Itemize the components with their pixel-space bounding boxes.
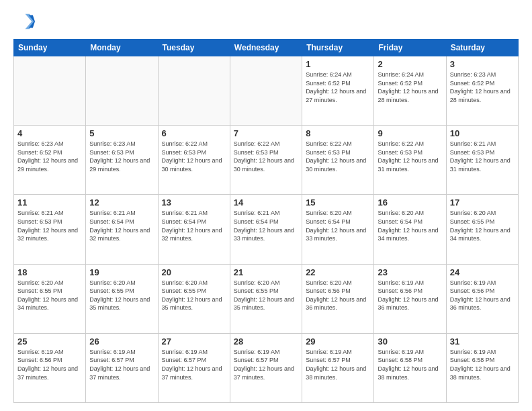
day-number: 29 [306,336,370,347]
day-number: 18 [17,267,82,277]
day-info: Sunrise: 6:22 AM Sunset: 6:53 PM Dayligh… [234,140,298,173]
week-row-4: 18Sunrise: 6:20 AM Sunset: 6:55 PM Dayli… [14,264,519,333]
week-row-5: 25Sunrise: 6:19 AM Sunset: 6:56 PM Dayli… [14,333,519,402]
day-info: Sunrise: 6:20 AM Sunset: 6:55 PM Dayligh… [89,279,154,312]
calendar-cell: 3Sunrise: 6:23 AM Sunset: 6:52 PM Daylig… [446,56,518,126]
day-info: Sunrise: 6:19 AM Sunset: 6:57 PM Dayligh… [306,348,370,381]
day-number: 16 [378,197,442,208]
calendar-cell: 13Sunrise: 6:21 AM Sunset: 6:54 PM Dayli… [158,195,230,264]
day-number: 10 [450,128,515,138]
day-number: 3 [450,59,515,69]
day-number: 1 [306,59,370,69]
day-info: Sunrise: 6:20 AM Sunset: 6:55 PM Dayligh… [234,279,298,312]
day-info: Sunrise: 6:20 AM Sunset: 6:55 PM Dayligh… [162,279,226,312]
day-number: 23 [378,267,442,277]
calendar-cell: 28Sunrise: 6:19 AM Sunset: 6:57 PM Dayli… [230,333,302,402]
calendar-cell: 9Sunrise: 6:22 AM Sunset: 6:53 PM Daylig… [374,126,446,195]
calendar-cell: 6Sunrise: 6:22 AM Sunset: 6:53 PM Daylig… [158,126,230,195]
day-number: 31 [450,336,515,347]
calendar-cell [158,56,230,126]
calendar-cell: 29Sunrise: 6:19 AM Sunset: 6:57 PM Dayli… [302,333,374,402]
calendar-cell: 15Sunrise: 6:20 AM Sunset: 6:54 PM Dayli… [302,195,374,264]
day-number: 20 [162,267,226,277]
day-info: Sunrise: 6:20 AM Sunset: 6:55 PM Dayligh… [450,209,515,242]
day-info: Sunrise: 6:20 AM Sunset: 6:56 PM Dayligh… [306,279,370,312]
day-number: 26 [89,336,154,347]
calendar-cell [230,56,302,126]
calendar-cell: 17Sunrise: 6:20 AM Sunset: 6:55 PM Dayli… [446,195,518,264]
day-info: Sunrise: 6:19 AM Sunset: 6:56 PM Dayligh… [17,348,82,381]
day-number: 4 [17,128,82,138]
day-number: 13 [162,197,226,208]
day-number: 15 [306,197,370,208]
calendar-cell: 16Sunrise: 6:20 AM Sunset: 6:54 PM Dayli… [374,195,446,264]
day-number: 27 [162,336,226,347]
weekday-header-monday: Monday [86,40,158,56]
day-info: Sunrise: 6:20 AM Sunset: 6:54 PM Dayligh… [378,209,442,242]
day-info: Sunrise: 6:19 AM Sunset: 6:57 PM Dayligh… [234,348,298,381]
day-info: Sunrise: 6:21 AM Sunset: 6:53 PM Dayligh… [450,140,515,173]
day-number: 22 [306,267,370,277]
header [13,11,519,32]
day-info: Sunrise: 6:22 AM Sunset: 6:53 PM Dayligh… [306,140,370,173]
week-row-1: 1Sunrise: 6:24 AM Sunset: 6:52 PM Daylig… [14,56,519,126]
weekday-header-tuesday: Tuesday [158,40,230,56]
day-number: 7 [234,128,298,138]
calendar-cell: 10Sunrise: 6:21 AM Sunset: 6:53 PM Dayli… [446,126,518,195]
day-info: Sunrise: 6:22 AM Sunset: 6:53 PM Dayligh… [162,140,226,173]
calendar-cell: 20Sunrise: 6:20 AM Sunset: 6:55 PM Dayli… [158,264,230,333]
day-number: 21 [234,267,298,277]
day-info: Sunrise: 6:21 AM Sunset: 6:53 PM Dayligh… [17,209,82,242]
calendar-cell: 19Sunrise: 6:20 AM Sunset: 6:55 PM Dayli… [86,264,158,333]
day-info: Sunrise: 6:19 AM Sunset: 6:56 PM Dayligh… [378,279,442,312]
calendar-cell: 1Sunrise: 6:24 AM Sunset: 6:52 PM Daylig… [302,56,374,126]
page: SundayMondayTuesdayWednesdayThursdayFrid… [0,0,532,411]
day-number: 2 [378,59,442,69]
calendar-table: SundayMondayTuesdayWednesdayThursdayFrid… [13,39,519,403]
day-info: Sunrise: 6:24 AM Sunset: 6:52 PM Dayligh… [378,71,442,104]
day-info: Sunrise: 6:20 AM Sunset: 6:55 PM Dayligh… [17,279,82,312]
weekday-header-sunday: Sunday [14,40,86,56]
day-number: 8 [306,128,370,138]
calendar-cell: 12Sunrise: 6:21 AM Sunset: 6:54 PM Dayli… [86,195,158,264]
weekday-header-thursday: Thursday [302,40,374,56]
day-number: 30 [378,336,442,347]
calendar-cell: 23Sunrise: 6:19 AM Sunset: 6:56 PM Dayli… [374,264,446,333]
day-info: Sunrise: 6:23 AM Sunset: 6:52 PM Dayligh… [450,71,515,104]
day-info: Sunrise: 6:19 AM Sunset: 6:58 PM Dayligh… [450,348,515,381]
logo [13,11,39,32]
calendar-cell: 21Sunrise: 6:20 AM Sunset: 6:55 PM Dayli… [230,264,302,333]
calendar-cell: 18Sunrise: 6:20 AM Sunset: 6:55 PM Dayli… [14,264,86,333]
day-info: Sunrise: 6:22 AM Sunset: 6:53 PM Dayligh… [378,140,442,173]
day-number: 6 [162,128,226,138]
calendar-cell: 4Sunrise: 6:23 AM Sunset: 6:52 PM Daylig… [14,126,86,195]
week-row-3: 11Sunrise: 6:21 AM Sunset: 6:53 PM Dayli… [14,195,519,264]
calendar-cell: 8Sunrise: 6:22 AM Sunset: 6:53 PM Daylig… [302,126,374,195]
calendar-cell: 31Sunrise: 6:19 AM Sunset: 6:58 PM Dayli… [446,333,518,402]
calendar-cell [86,56,158,126]
calendar-cell: 22Sunrise: 6:20 AM Sunset: 6:56 PM Dayli… [302,264,374,333]
day-info: Sunrise: 6:20 AM Sunset: 6:54 PM Dayligh… [306,209,370,242]
calendar-cell: 30Sunrise: 6:19 AM Sunset: 6:58 PM Dayli… [374,333,446,402]
day-number: 9 [378,128,442,138]
week-row-2: 4Sunrise: 6:23 AM Sunset: 6:52 PM Daylig… [14,126,519,195]
calendar-cell: 24Sunrise: 6:19 AM Sunset: 6:56 PM Dayli… [446,264,518,333]
day-info: Sunrise: 6:19 AM Sunset: 6:56 PM Dayligh… [450,279,515,312]
day-number: 28 [234,336,298,347]
calendar-cell: 27Sunrise: 6:19 AM Sunset: 6:57 PM Dayli… [158,333,230,402]
weekday-header-row: SundayMondayTuesdayWednesdayThursdayFrid… [14,40,519,56]
calendar-cell: 26Sunrise: 6:19 AM Sunset: 6:57 PM Dayli… [86,333,158,402]
day-number: 12 [89,197,154,208]
day-info: Sunrise: 6:23 AM Sunset: 6:53 PM Dayligh… [89,140,154,173]
calendar-cell: 7Sunrise: 6:22 AM Sunset: 6:53 PM Daylig… [230,126,302,195]
day-number: 24 [450,267,515,277]
calendar-cell: 5Sunrise: 6:23 AM Sunset: 6:53 PM Daylig… [86,126,158,195]
calendar-cell: 14Sunrise: 6:21 AM Sunset: 6:54 PM Dayli… [230,195,302,264]
logo-icon [13,11,35,32]
weekday-header-friday: Friday [374,40,446,56]
day-number: 11 [17,197,82,208]
day-info: Sunrise: 6:21 AM Sunset: 6:54 PM Dayligh… [89,209,154,242]
day-number: 14 [234,197,298,208]
day-info: Sunrise: 6:19 AM Sunset: 6:58 PM Dayligh… [378,348,442,381]
calendar-cell: 2Sunrise: 6:24 AM Sunset: 6:52 PM Daylig… [374,56,446,126]
